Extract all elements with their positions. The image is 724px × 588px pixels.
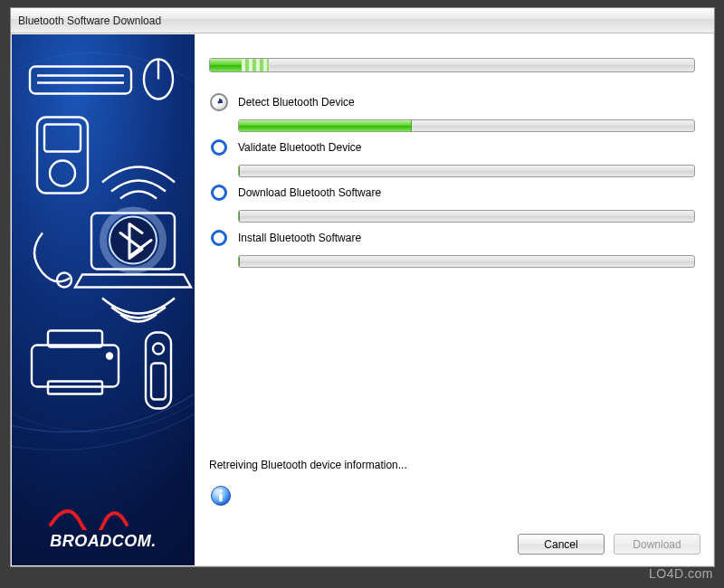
step-install: Install Bluetooth Software (209, 228, 695, 268)
step-progress-fill (239, 120, 412, 131)
overall-progress-fill (210, 59, 253, 71)
step-label: Install Bluetooth Software (238, 232, 361, 244)
clock-icon (209, 92, 229, 112)
window-content: BROADCOM. Detect Bluetooth Device (12, 34, 713, 565)
download-button: Download (614, 534, 700, 555)
main-panel: Detect Bluetooth Device Validate Bluetoo… (195, 34, 713, 565)
status-area: Retreiving Bluetooth device information.… (209, 459, 407, 507)
svg-rect-0 (30, 67, 131, 94)
overall-progress-bar (209, 58, 695, 72)
window-title: Bluetooth Software Download (18, 14, 161, 27)
step-progress-bar (238, 119, 695, 132)
step-progress-fill (239, 166, 240, 176)
vendor-name: BROADCOM. (50, 532, 157, 550)
step-label: Download Bluetooth Software (238, 186, 381, 199)
step-download: Download Bluetooth Software (209, 183, 695, 223)
step-label: Detect Bluetooth Device (238, 96, 355, 109)
installer-window: Bluetooth Software Download (10, 7, 715, 567)
info-icon (209, 484, 233, 507)
vendor-logo: BROADCOM. (12, 503, 195, 551)
ring-icon (209, 228, 229, 248)
sidebar-graphic: BROADCOM. (12, 34, 195, 565)
status-message: Retreiving Bluetooth device information.… (209, 459, 407, 471)
svg-rect-18 (151, 364, 166, 400)
broadcom-wave-icon (49, 503, 157, 530)
step-progress-fill (239, 211, 240, 222)
overall-progress (209, 58, 695, 72)
device-outline-illustration (12, 34, 195, 565)
watermark: LO4D.com (649, 566, 713, 581)
step-detect: Detect Bluetooth Device (209, 92, 695, 132)
step-progress-bar (238, 255, 695, 268)
svg-rect-6 (44, 125, 81, 152)
step-progress-bar (238, 210, 695, 223)
svg-point-20 (219, 489, 223, 493)
dialog-buttons: Cancel Download (518, 534, 700, 555)
step-validate: Validate Bluetooth Device (209, 138, 695, 177)
cancel-button[interactable]: Cancel (518, 534, 605, 555)
ring-icon (209, 138, 229, 157)
step-progress-bar (238, 165, 695, 177)
svg-point-7 (50, 161, 75, 186)
svg-point-17 (153, 344, 164, 355)
ring-icon (209, 183, 229, 203)
window-titlebar[interactable]: Bluetooth Software Download (11, 8, 714, 33)
step-progress-fill (239, 256, 240, 267)
step-label: Validate Bluetooth Device (238, 141, 362, 154)
svg-rect-21 (219, 494, 223, 502)
svg-point-15 (107, 354, 112, 359)
